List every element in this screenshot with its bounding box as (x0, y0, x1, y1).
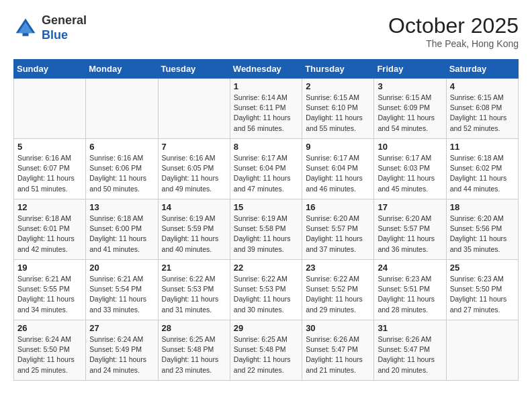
day-number: 21 (162, 263, 226, 273)
calendar-cell: 28Sunrise: 6:25 AMSunset: 5:48 PMDayligh… (158, 320, 230, 381)
calendar-cell: 11Sunrise: 6:18 AMSunset: 6:02 PMDayligh… (446, 139, 518, 199)
day-info: Sunrise: 6:21 AMSunset: 5:55 PMDaylight:… (17, 274, 82, 315)
day-info: Sunrise: 6:20 AMSunset: 5:57 PMDaylight:… (378, 214, 442, 255)
day-number: 17 (378, 202, 442, 212)
day-number: 24 (378, 263, 442, 273)
day-info: Sunrise: 6:18 AMSunset: 6:01 PMDaylight:… (17, 214, 82, 255)
day-number: 13 (89, 202, 154, 212)
day-of-week-header: Wednesday (230, 60, 302, 79)
svg-rect-2 (23, 33, 29, 36)
day-info: Sunrise: 6:17 AMSunset: 6:03 PMDaylight:… (378, 153, 442, 194)
day-info: Sunrise: 6:16 AMSunset: 6:05 PMDaylight:… (162, 153, 226, 194)
calendar-cell: 31Sunrise: 6:26 AMSunset: 5:47 PMDayligh… (374, 320, 446, 381)
day-number: 4 (450, 81, 515, 91)
day-info: Sunrise: 6:23 AMSunset: 5:50 PMDaylight:… (450, 274, 515, 315)
day-number: 8 (234, 142, 298, 152)
day-info: Sunrise: 6:15 AMSunset: 6:09 PMDaylight:… (378, 93, 442, 134)
calendar-cell: 25Sunrise: 6:23 AMSunset: 5:50 PMDayligh… (446, 260, 518, 320)
calendar-cell: 2Sunrise: 6:15 AMSunset: 6:10 PMDaylight… (302, 79, 374, 139)
day-info: Sunrise: 6:21 AMSunset: 5:54 PMDaylight:… (89, 274, 154, 315)
calendar-week-row: 5Sunrise: 6:16 AMSunset: 6:07 PMDaylight… (14, 139, 519, 199)
calendar-cell: 17Sunrise: 6:20 AMSunset: 5:57 PMDayligh… (374, 199, 446, 260)
day-info: Sunrise: 6:15 AMSunset: 6:08 PMDaylight:… (450, 93, 515, 134)
day-info: Sunrise: 6:25 AMSunset: 5:48 PMDaylight:… (234, 334, 298, 375)
calendar-cell: 29Sunrise: 6:25 AMSunset: 5:48 PMDayligh… (230, 320, 302, 381)
day-of-week-header: Thursday (302, 60, 374, 79)
calendar-cell: 16Sunrise: 6:20 AMSunset: 5:57 PMDayligh… (302, 199, 374, 260)
calendar-week-row: 26Sunrise: 6:24 AMSunset: 5:50 PMDayligh… (14, 320, 519, 381)
day-info: Sunrise: 6:24 AMSunset: 5:49 PMDaylight:… (89, 334, 154, 375)
calendar-cell: 22Sunrise: 6:22 AMSunset: 5:53 PMDayligh… (230, 260, 302, 320)
calendar-cell: 15Sunrise: 6:19 AMSunset: 5:58 PMDayligh… (230, 199, 302, 260)
day-of-week-header: Sunday (14, 60, 86, 79)
calendar-cell (446, 320, 518, 381)
calendar-header-row: SundayMondayTuesdayWednesdayThursdayFrid… (14, 60, 519, 79)
day-number: 9 (306, 142, 370, 152)
day-number: 10 (378, 142, 442, 152)
day-info: Sunrise: 6:22 AMSunset: 5:53 PMDaylight:… (234, 274, 298, 315)
day-info: Sunrise: 6:25 AMSunset: 5:48 PMDaylight:… (162, 334, 226, 375)
day-number: 5 (17, 142, 82, 152)
day-of-week-header: Tuesday (158, 60, 230, 79)
calendar-cell: 5Sunrise: 6:16 AMSunset: 6:07 PMDaylight… (14, 139, 86, 199)
day-number: 11 (450, 142, 515, 152)
calendar-cell: 7Sunrise: 6:16 AMSunset: 6:05 PMDaylight… (158, 139, 230, 199)
day-number: 25 (450, 263, 515, 273)
calendar-cell: 20Sunrise: 6:21 AMSunset: 5:54 PMDayligh… (86, 260, 158, 320)
day-of-week-header: Friday (374, 60, 446, 79)
day-number: 27 (89, 323, 154, 333)
calendar-table: SundayMondayTuesdayWednesdayThursdayFrid… (13, 59, 519, 381)
day-number: 16 (306, 202, 370, 212)
calendar-week-row: 1Sunrise: 6:14 AMSunset: 6:11 PMDaylight… (14, 79, 519, 139)
calendar-cell: 6Sunrise: 6:16 AMSunset: 6:06 PMDaylight… (86, 139, 158, 199)
day-info: Sunrise: 6:18 AMSunset: 6:02 PMDaylight:… (450, 153, 515, 194)
day-info: Sunrise: 6:23 AMSunset: 5:51 PMDaylight:… (378, 274, 442, 315)
day-info: Sunrise: 6:24 AMSunset: 5:50 PMDaylight:… (17, 334, 82, 375)
day-number: 15 (234, 202, 298, 212)
day-number: 18 (450, 202, 515, 212)
calendar-cell: 3Sunrise: 6:15 AMSunset: 6:09 PMDaylight… (374, 79, 446, 139)
calendar-cell (158, 79, 230, 139)
calendar-cell: 23Sunrise: 6:22 AMSunset: 5:52 PMDayligh… (302, 260, 374, 320)
day-info: Sunrise: 6:14 AMSunset: 6:11 PMDaylight:… (234, 93, 298, 134)
calendar-cell: 19Sunrise: 6:21 AMSunset: 5:55 PMDayligh… (14, 260, 86, 320)
calendar-cell: 12Sunrise: 6:18 AMSunset: 6:01 PMDayligh… (14, 199, 86, 260)
day-info: Sunrise: 6:20 AMSunset: 5:57 PMDaylight:… (306, 214, 370, 255)
location: The Peak, Hong Kong (388, 38, 519, 49)
day-info: Sunrise: 6:22 AMSunset: 5:53 PMDaylight:… (162, 274, 226, 315)
calendar-cell: 18Sunrise: 6:20 AMSunset: 5:56 PMDayligh… (446, 199, 518, 260)
day-number: 20 (89, 263, 154, 273)
calendar-cell (14, 79, 86, 139)
day-number: 26 (17, 323, 82, 333)
calendar-cell: 8Sunrise: 6:17 AMSunset: 6:04 PMDaylight… (230, 139, 302, 199)
calendar-week-row: 19Sunrise: 6:21 AMSunset: 5:55 PMDayligh… (14, 260, 519, 320)
calendar-week-row: 12Sunrise: 6:18 AMSunset: 6:01 PMDayligh… (14, 199, 519, 260)
day-number: 12 (17, 202, 82, 212)
day-of-week-header: Monday (86, 60, 158, 79)
day-number: 6 (89, 142, 154, 152)
calendar-cell: 13Sunrise: 6:18 AMSunset: 6:00 PMDayligh… (86, 199, 158, 260)
day-number: 30 (306, 323, 370, 333)
day-number: 28 (162, 323, 226, 333)
calendar-cell: 9Sunrise: 6:17 AMSunset: 6:04 PMDaylight… (302, 139, 374, 199)
day-info: Sunrise: 6:19 AMSunset: 5:58 PMDaylight:… (234, 214, 298, 255)
calendar-cell: 14Sunrise: 6:19 AMSunset: 5:59 PMDayligh… (158, 199, 230, 260)
day-number: 23 (306, 263, 370, 273)
day-number: 14 (162, 202, 226, 212)
day-number: 3 (378, 81, 442, 91)
day-number: 22 (234, 263, 298, 273)
calendar-cell: 24Sunrise: 6:23 AMSunset: 5:51 PMDayligh… (374, 260, 446, 320)
day-number: 2 (306, 81, 370, 91)
calendar-cell: 4Sunrise: 6:15 AMSunset: 6:08 PMDaylight… (446, 79, 518, 139)
day-info: Sunrise: 6:18 AMSunset: 6:00 PMDaylight:… (89, 214, 154, 255)
day-info: Sunrise: 6:22 AMSunset: 5:52 PMDaylight:… (306, 274, 370, 315)
day-info: Sunrise: 6:26 AMSunset: 5:47 PMDaylight:… (306, 334, 370, 375)
day-info: Sunrise: 6:17 AMSunset: 6:04 PMDaylight:… (234, 153, 298, 194)
logo: General Blue (13, 13, 87, 42)
day-number: 19 (17, 263, 82, 273)
day-info: Sunrise: 6:26 AMSunset: 5:47 PMDaylight:… (378, 334, 442, 375)
day-info: Sunrise: 6:20 AMSunset: 5:56 PMDaylight:… (450, 214, 515, 255)
calendar-cell: 1Sunrise: 6:14 AMSunset: 6:11 PMDaylight… (230, 79, 302, 139)
month-title: October 2025 (388, 13, 519, 38)
title-block: October 2025 The Peak, Hong Kong (388, 13, 519, 49)
